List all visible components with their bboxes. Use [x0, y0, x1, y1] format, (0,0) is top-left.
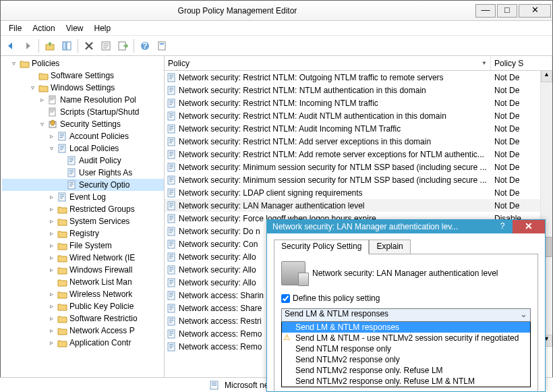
tree-item[interactable]: ▿Policies [2, 57, 164, 69]
svg-rect-59 [168, 138, 175, 146]
svg-rect-18 [60, 137, 63, 138]
tree-twisty[interactable]: ▿ [38, 121, 46, 128]
tab-security-policy-setting[interactable]: Security Policy Setting [274, 240, 369, 254]
policy-row[interactable]: Network security: Restrict NTLM: NTLM au… [165, 84, 552, 96]
policy-row[interactable]: Network security: Minimum session securi… [165, 173, 552, 186]
tree-item[interactable]: Network List Man [2, 276, 164, 288]
svg-rect-50 [169, 104, 172, 105]
tree-item[interactable]: ▹Application Contr [2, 337, 164, 349]
tree-item[interactable]: ▿Local Policies [2, 142, 164, 155]
policy-row[interactable]: Network security: LAN Manager authentica… [165, 199, 552, 212]
column-header-policy[interactable]: Policy [165, 56, 491, 70]
tree-twisty[interactable]: ▹ [48, 194, 55, 201]
dropdown-option[interactable]: Send NTLMv2 response only [282, 354, 530, 365]
policy-row[interactable]: Network security: Restrict NTLM: Audit N… [165, 109, 552, 122]
up-button[interactable] [42, 38, 57, 53]
scroll-up-button[interactable]: ▲ [541, 70, 552, 82]
dropdown-option[interactable]: Send LM & NTLM - use NTLMv2 session secu… [282, 333, 530, 343]
menu-action[interactable]: Action [27, 22, 60, 34]
dropdown-option[interactable]: Send NTLM response only [282, 343, 530, 354]
tree-item[interactable]: ▹Software Restrictio [2, 312, 164, 325]
folder-icon [57, 277, 67, 287]
tree-twisty[interactable]: ▹ [48, 315, 55, 323]
tree-twisty[interactable]: ▹ [38, 96, 46, 104]
tree-twisty[interactable]: ▹ [48, 303, 55, 310]
policy-row[interactable]: Network security: Restrict NTLM: Audit I… [165, 122, 552, 135]
show-hide-tree-button[interactable] [59, 38, 74, 53]
tree-item[interactable]: ▹Account Policies [2, 130, 164, 142]
tree-item[interactable]: ▹Network Access P [2, 325, 164, 337]
dialog-close-button[interactable]: ✕ [513, 220, 545, 233]
tab-explain[interactable]: Explain [369, 240, 410, 254]
policy-value-dropdown[interactable]: Send LM & NTLM responses [281, 308, 531, 322]
tree-item[interactable]: ▹Wireless Network [2, 288, 164, 300]
policy-row[interactable]: Network security: Restrict NTLM: Add ser… [165, 135, 552, 148]
dialog-titlebar[interactable]: Network security: LAN Manager authentica… [267, 220, 545, 233]
maximize-button[interactable]: □ [497, 4, 517, 18]
tree-item[interactable]: ▹Event Log [2, 191, 164, 203]
tree-twisty[interactable]: ▹ [48, 339, 55, 347]
export-button[interactable] [115, 38, 130, 53]
tree-twisty[interactable]: ▿ [29, 84, 36, 92]
tree-item[interactable]: ▹Restricted Groups [2, 203, 164, 215]
menu-file[interactable]: File [3, 22, 27, 34]
policy-row[interactable]: Network security: LDAP client signing re… [165, 186, 552, 199]
tree-twisty[interactable] [57, 169, 65, 177]
tree-twisty[interactable]: ▹ [48, 230, 55, 237]
tree-twisty[interactable]: ▿ [48, 145, 55, 152]
menu-view[interactable]: View [61, 22, 89, 34]
tree-item[interactable]: ▹Name Resolution Pol [2, 94, 164, 106]
tree-twisty[interactable] [29, 72, 36, 80]
tree-twisty[interactable]: ▹ [48, 133, 55, 140]
tree-label: Security Settings [60, 119, 121, 129]
svg-rect-114 [169, 309, 172, 310]
tree-item[interactable]: ▹Windows Firewall [2, 264, 164, 276]
tree-twisty[interactable] [48, 279, 55, 286]
forward-button[interactable] [20, 38, 35, 53]
tree-twisty[interactable]: ▹ [48, 291, 55, 298]
delete-button[interactable] [82, 38, 96, 53]
close-button[interactable]: ✕ [519, 4, 551, 18]
dropdown-option[interactable]: Send LM & NTLM responses [282, 322, 530, 333]
tree-item[interactable]: ▹Public Key Policie [2, 300, 164, 312]
column-header-setting[interactable]: Policy S [491, 56, 552, 70]
menu-help[interactable]: Help [89, 22, 117, 34]
tree-twisty[interactable] [38, 109, 46, 116]
tree-item[interactable]: Audit Policy [2, 155, 164, 167]
properties-button[interactable] [98, 38, 113, 53]
dropdown-option[interactable]: Send NTLMv2 response only. Refuse LM [282, 365, 530, 376]
define-policy-checkbox-row[interactable]: Define this policy setting [281, 293, 531, 303]
help-button[interactable]: ? [138, 38, 152, 53]
tree-twisty[interactable]: ▹ [48, 327, 55, 335]
tree-twisty[interactable] [57, 157, 65, 165]
tree-item[interactable]: ▿Windows Settings [2, 82, 164, 94]
tree-twisty[interactable]: ▹ [48, 254, 55, 262]
tree-item[interactable]: Software Settings [2, 69, 164, 82]
tree-label: System Services [69, 217, 129, 226]
svg-rect-75 [168, 189, 175, 197]
tree-twisty[interactable]: ▹ [48, 206, 55, 213]
tree-twisty[interactable]: ▹ [48, 242, 55, 250]
tree-item[interactable]: ▹System Services [2, 215, 164, 227]
tree-twisty[interactable]: ▹ [48, 218, 55, 225]
back-button[interactable] [3, 38, 18, 53]
policy-row[interactable]: Network security: Restrict NTLM: Incomin… [165, 96, 552, 109]
dropdown-option[interactable]: Send NTLMv2 response only. Refuse LM & N… [282, 376, 530, 387]
tree-item[interactable]: ▿Security Settings [2, 118, 164, 130]
tree-item[interactable]: ▹File System [2, 240, 164, 252]
tree-twisty[interactable]: ▹ [48, 267, 55, 274]
policy-row[interactable]: Network security: Minimum session securi… [165, 161, 552, 173]
define-policy-checkbox[interactable] [281, 294, 290, 303]
refresh-button[interactable] [154, 38, 169, 53]
tree-item[interactable]: Scripts (Startup/Shutd [2, 106, 164, 118]
tree-item[interactable]: ▹Registry [2, 227, 164, 240]
dialog-help-button[interactable]: ? [492, 220, 513, 233]
tree-item[interactable]: User Rights As [2, 167, 164, 179]
svg-rect-1 [63, 42, 66, 50]
tree-item[interactable]: Security Optio [2, 179, 164, 191]
tree-item[interactable]: ▹Wired Network (IE [2, 252, 164, 264]
tree-twisty[interactable] [57, 181, 65, 189]
policy-row[interactable]: Network security: Restrict NTLM: Outgoin… [165, 71, 552, 84]
minimize-button[interactable]: — [475, 4, 496, 18]
policy-row[interactable]: Network security: Restrict NTLM: Add rem… [165, 148, 552, 161]
